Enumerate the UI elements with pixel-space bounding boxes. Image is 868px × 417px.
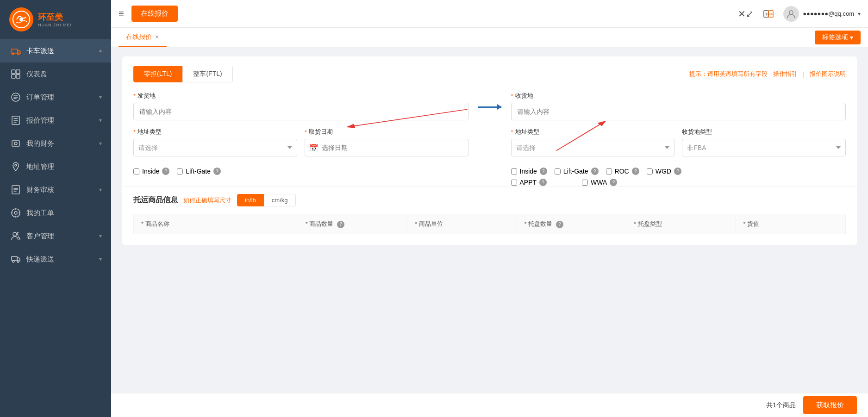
sidebar-item-customer[interactable]: 客户管理 ▾	[0, 224, 111, 248]
unit-inlb-button[interactable]: in/lb	[237, 194, 264, 206]
sender-liftgate-help-icon[interactable]: ?	[213, 168, 221, 175]
receiver-wgd-check[interactable]	[647, 168, 653, 174]
svg-point-13	[15, 164, 17, 166]
content: 零担(LTL) 整车(FTL) 提示：请用英语填写所有字段 操作指引 | 报价图…	[111, 47, 868, 393]
unit-cmkg-button[interactable]: cm/kg	[264, 194, 296, 206]
header-user[interactable]: ●●●●●●●@qq.com ▾	[783, 6, 861, 22]
receiver-delivery-type-field: 收货地类型 非FBA	[682, 128, 846, 156]
receiver-liftgate-check[interactable]	[555, 168, 561, 174]
mode-tab-ltl[interactable]: 零担(LTL)	[133, 66, 182, 82]
col-product-name: * 商品名称	[134, 214, 298, 234]
mode-tabs: 零担(LTL) 整车(FTL) 提示：请用英语填写所有字段 操作指引 | 报价图…	[133, 66, 846, 82]
tab-bar: 在线报价 ✕ 标签选项 ▾	[111, 28, 868, 47]
cargo-how-to-fill[interactable]: 如何正确填写尺寸	[183, 196, 231, 205]
chevron-down-express-icon: ▾	[99, 256, 102, 262]
col-quantity-label: * 商品数量 ?	[306, 220, 344, 227]
receiver-inside-check[interactable]	[511, 168, 517, 174]
customer-icon	[11, 231, 21, 241]
tip-main-text: 提示：请用英语填写所有字段	[689, 70, 768, 78]
sidebar-item-truck[interactable]: 卡车派送 ▾	[0, 39, 111, 62]
receiver-liftgate-checkbox[interactable]: Lift-Gate ?	[555, 168, 599, 175]
footer-bar: 共1个商品 获取报价	[111, 393, 868, 417]
tip-link-diagram[interactable]: 报价图示说明	[810, 70, 846, 78]
sidebar-item-audit[interactable]: 财务审核 ▾	[0, 178, 111, 201]
sidebar-label-truck: 卡车派送	[26, 47, 99, 56]
mode-tab-group: 零担(LTL) 整车(FTL)	[133, 66, 233, 82]
main-area: ≡ 在线报价 ✕⤢ 中 EN	[111, 0, 868, 417]
sender-label: * 发货地	[133, 92, 468, 100]
sender-inside-checkbox[interactable]: Inside ?	[133, 168, 169, 175]
sidebar-item-orders[interactable]: 订单管理 ▾	[0, 86, 111, 109]
sidebar-item-workorder[interactable]: 我的工单	[0, 201, 111, 224]
svg-point-3	[12, 53, 14, 55]
menu-icon[interactable]: ≡	[119, 8, 124, 19]
get-quote-button[interactable]: 获取报价	[803, 396, 857, 414]
sender-input[interactable]	[133, 103, 468, 120]
receiver-wwa-checkbox[interactable]: WWA ?	[582, 179, 617, 186]
receiver-addr-type-text: 地址类型	[515, 128, 539, 136]
sidebar-label-dashboard: 仪表盘	[26, 70, 102, 79]
receiver-delivery-type-text: 收货地类型	[682, 128, 712, 136]
tag-select-label: 标签选项	[822, 33, 848, 42]
receiver-wwa-help-icon[interactable]: ?	[610, 179, 617, 186]
form-card: 零担(LTL) 整车(FTL) 提示：请用英语填写所有字段 操作指引 | 报价图…	[122, 56, 857, 245]
tip-link-guide[interactable]: 操作指引	[773, 70, 797, 78]
sidebar-item-address[interactable]: 地址管理	[0, 155, 111, 178]
tab-close-icon[interactable]: ✕	[155, 34, 159, 40]
sidebar: 环至美 HUAN ZHI MEI 卡车派送 ▾	[0, 0, 111, 417]
receiver-delivery-type-select[interactable]: 非FBA	[682, 139, 846, 156]
receiver-roc-help-icon[interactable]: ?	[632, 168, 639, 175]
svg-point-24	[789, 11, 793, 14]
quantity-help-icon[interactable]: ?	[337, 221, 344, 228]
sidebar-item-finance[interactable]: 我的财务 ▾	[0, 132, 111, 155]
receiver-appt-checkbox[interactable]: APPT ?	[511, 179, 547, 186]
receiver-addr-type-select[interactable]: 请选择	[511, 139, 675, 156]
form-grid: * 发货地 * 地址类型	[133, 92, 846, 186]
pallet-qty-help-icon[interactable]: ?	[556, 221, 563, 228]
receiver-roc-label: ROC	[615, 168, 629, 175]
sender-addr-type-select[interactable]: 请选择	[133, 139, 297, 156]
svg-point-12	[14, 142, 17, 145]
sender-addr-type-label: * 地址类型	[133, 128, 297, 136]
receiver-liftgate-label: Lift-Gate	[563, 168, 588, 175]
sender-inside-help-icon[interactable]: ?	[162, 168, 169, 175]
language-switch-icon[interactable]: 中 EN	[763, 8, 774, 19]
receiver-wwa-check[interactable]	[582, 180, 588, 186]
pickup-date-input[interactable]	[305, 139, 468, 156]
pickup-date-label: * 取货日期	[305, 128, 468, 136]
svg-rect-11	[12, 141, 19, 146]
receiver-input[interactable]	[511, 103, 846, 120]
fullscreen-icon[interactable]: ✕⤢	[738, 8, 754, 19]
col-pallet-qty-label: * 托盘数量 ?	[525, 220, 563, 227]
receiver-inside-checkbox[interactable]: Inside ?	[511, 168, 547, 175]
col-pallet-qty: * 托盘数量 ?	[517, 214, 626, 234]
sidebar-item-quotes[interactable]: 报价管理 ▾	[0, 109, 111, 132]
receiver-appt-help-icon[interactable]: ?	[539, 179, 547, 186]
header-quote-button[interactable]: 在线报价	[131, 6, 178, 22]
user-email: ●●●●●●●@qq.com	[803, 10, 854, 17]
tag-select-button[interactable]: 标签选项 ▾	[815, 31, 861, 44]
orders-icon	[11, 92, 21, 102]
mode-tab-ftl[interactable]: 整车(FTL)	[182, 66, 232, 82]
receiver-roc-check[interactable]	[606, 168, 612, 174]
sidebar-item-express[interactable]: 快递派送 ▾	[0, 248, 111, 271]
sender-liftgate-check[interactable]	[177, 168, 183, 174]
tab-online-quote[interactable]: 在线报价 ✕	[119, 28, 167, 47]
sender-address-field: * 发货地	[133, 92, 468, 120]
receiver-roc-checkbox[interactable]: ROC ?	[606, 168, 639, 175]
sender-inside-check[interactable]	[133, 168, 139, 174]
receiver-wwa-label: WWA	[591, 179, 607, 186]
receiver-inside-help-icon[interactable]: ?	[540, 168, 547, 175]
sidebar-item-dashboard[interactable]: 仪表盘	[0, 62, 111, 86]
svg-rect-17	[12, 256, 17, 261]
logo-icon	[9, 7, 33, 31]
receiver-wgd-help-icon[interactable]: ?	[674, 168, 681, 175]
receiver-address-field: * 收货地	[511, 92, 846, 120]
receiver-liftgate-help-icon[interactable]: ?	[591, 168, 599, 175]
user-dropdown-icon: ▾	[858, 11, 861, 17]
receiver-appt-check[interactable]	[511, 180, 517, 186]
header: ≡ 在线报价 ✕⤢ 中 EN	[111, 0, 868, 28]
receiver-wgd-checkbox[interactable]: WGD ?	[647, 168, 681, 175]
quotes-icon	[11, 115, 21, 125]
sender-liftgate-checkbox[interactable]: Lift-Gate ?	[177, 168, 221, 175]
